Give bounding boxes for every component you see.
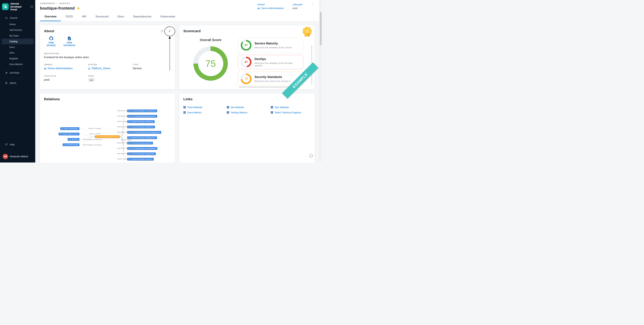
edge-label: dependsOn / dependencyOf xyxy=(117,142,136,144)
grid-icon xyxy=(227,111,229,114)
tab-overview[interactable]: Overview xyxy=(40,12,61,21)
sidebar-item-self-service[interactable]: Self Service xyxy=(0,27,35,33)
link-testing-metrics[interactable]: Testing Metrics xyxy=(227,111,271,114)
component-icon xyxy=(128,158,130,160)
overall-score-donut: 75 xyxy=(194,46,228,81)
edge-label: hasPart / partOf xyxy=(90,133,100,135)
owner-link[interactable]: Demo Administrators xyxy=(258,7,284,9)
graph-node-component[interactable]: component:boutique-redisservice xyxy=(127,120,154,123)
edge-label: dependsOn / dependencyOf xyxy=(117,131,136,133)
sidebar-search[interactable]: Search xyxy=(0,14,35,21)
sidebar-item-devtools[interactable]: DevTools xyxy=(0,70,35,76)
field-owner: OWNER Demo Administrators xyxy=(44,63,88,70)
edge-label: apiProvidedBy / providesApi xyxy=(83,144,102,146)
page-scrollbar-thumb[interactable] xyxy=(320,12,322,45)
sidebar-item-dora-metrics[interactable]: Dora Metrics xyxy=(0,61,35,67)
relations-graph: Demo Administrators system:Platform_Demo… xyxy=(44,103,171,162)
tab-cicd[interactable]: CI/CD xyxy=(61,12,78,21)
score-name: DevOps xyxy=(254,57,300,61)
field-system: SYSTEM Platform_Demo xyxy=(88,63,133,70)
graph-node-api[interactable]: api:protos xyxy=(68,138,80,141)
lifecycle-block: Lifecycle prod xyxy=(292,3,302,9)
edge-label: dependsOn / dependencyOf xyxy=(117,115,136,117)
grid-icon xyxy=(183,106,186,108)
type-field-label: TYPE xyxy=(133,63,171,65)
graph-node-component[interactable]: component:boutique-shippingservice xyxy=(127,136,157,139)
api-icon xyxy=(64,144,66,146)
relations-card: Relations xyxy=(40,93,175,162)
sidebar-item-home[interactable]: Home xyxy=(0,21,35,27)
tag-chip[interactable]: go xyxy=(88,78,95,82)
techdocs-doc-icon xyxy=(67,36,71,40)
sidebar-item-help[interactable]: Help xyxy=(0,142,35,148)
edge-label: dependsOn / dependencyOf xyxy=(117,126,136,128)
component-icon xyxy=(128,137,130,139)
edge-label: hasPart / partOf xyxy=(117,121,128,122)
sidebar-item-docs[interactable]: Docs xyxy=(0,44,35,50)
sidebar-item-apis[interactable]: APIs xyxy=(0,50,35,56)
field-tags: TAGS go xyxy=(88,75,133,82)
sidebar-item-catalog[interactable]: Catalog xyxy=(2,38,34,44)
tab-dependencies[interactable]: Dependencies xyxy=(129,12,156,21)
owner-field-link[interactable]: Demo Administrators xyxy=(44,67,88,70)
score-desc: Measures how secure the service is xyxy=(254,80,290,82)
field-lifecycle: LIFECYCLE prod xyxy=(44,75,88,82)
sidebar-item-admin[interactable]: ⚙ Admin xyxy=(0,80,35,86)
refresh-icon[interactable] xyxy=(160,29,164,33)
chat-fab-icon[interactable] xyxy=(309,154,313,158)
view-techdocs-button[interactable]: VIEW TECHDOCS xyxy=(63,36,76,47)
apps-waffle-icon[interactable] xyxy=(30,5,33,8)
owner-field-label: OWNER xyxy=(44,63,88,65)
score-donut: 87 xyxy=(241,40,252,51)
graph-node-api[interactable]: api:demo-graphql xyxy=(62,143,80,146)
kebab-menu-icon[interactable]: ⋮ xyxy=(312,3,314,6)
tab-bar: Overview CI/CD API Scorecard Docs Depend… xyxy=(35,12,322,21)
link-qa-website[interactable]: QA Website xyxy=(227,106,271,109)
owner-value: Demo Administrators xyxy=(261,7,284,9)
description-value: Frontend for the boutique online store xyxy=(44,56,171,59)
search-icon xyxy=(5,16,8,19)
edge-label: dependsOn / dependencyOf xyxy=(117,153,136,154)
favorite-star-icon[interactable]: ★ xyxy=(77,6,80,10)
graph-node-system[interactable]: system:Platform_Demo xyxy=(58,133,80,135)
sidebar-item-my-team[interactable]: My Team xyxy=(0,33,35,38)
link-dora-metrics[interactable]: Dora Metrics xyxy=(183,111,227,114)
edge-label: apiProvidedBy / providesApi xyxy=(83,139,102,140)
users-icon xyxy=(44,67,46,70)
sidebar-item-register[interactable]: Register xyxy=(0,56,35,61)
tab-docs[interactable]: Docs xyxy=(113,12,129,21)
group-icon xyxy=(62,128,63,129)
grid-icon xyxy=(271,106,273,108)
lifecycle-field-value: prod xyxy=(44,78,88,81)
edit-pencil-icon[interactable] xyxy=(168,29,171,33)
edge-label: dependsOn / dependencyOf xyxy=(117,110,136,111)
graph-node-center[interactable]: component:boutique-frontend xyxy=(95,135,120,138)
system-field-label: SYSTEM xyxy=(88,63,133,65)
sidebar-divider xyxy=(2,78,33,78)
avatar: HM xyxy=(3,154,8,159)
admin-label: Admin xyxy=(10,82,16,84)
edge-label: hasPart / partOf xyxy=(117,158,128,160)
grid-icon xyxy=(227,106,229,108)
link-team-training-progress[interactable]: Team Training Progress xyxy=(271,111,310,114)
badge-line2: Tier xyxy=(306,31,309,33)
view-source-button[interactable]: VIEW SOURCE xyxy=(45,36,58,47)
app-logo[interactable] xyxy=(2,3,9,10)
tab-scorecard[interactable]: Scorecard xyxy=(91,12,113,21)
tab-kubernetes[interactable]: Kubernetes xyxy=(156,12,180,21)
link-dev-website[interactable]: Dev Website xyxy=(271,106,310,109)
scorecard-title: Scorecard xyxy=(183,29,310,33)
system-field-link[interactable]: Platform_Demo xyxy=(88,67,133,70)
score-item-devops[interactable]: 47 DevOps Measures the reliability of th… xyxy=(238,55,303,69)
help-label: Help xyxy=(10,143,14,146)
graph-node-owner[interactable]: Demo Administrators xyxy=(60,127,80,130)
page-scrollbar-track xyxy=(319,0,322,162)
grid-icon xyxy=(183,111,186,114)
graph-node-component[interactable]: component:boutique-cartservice xyxy=(127,158,154,160)
tab-api[interactable]: API xyxy=(78,12,91,21)
score-item-service-maturity[interactable]: 87 Service Maturity Measures the reliabi… xyxy=(238,38,303,52)
overall-score-value: 75 xyxy=(198,51,223,76)
user-menu[interactable]: HM Himanshu Mishra xyxy=(0,152,35,162)
score-desc: Measures the reliability of this service xyxy=(254,46,292,49)
link-prod-website[interactable]: Prod Website xyxy=(183,106,227,109)
